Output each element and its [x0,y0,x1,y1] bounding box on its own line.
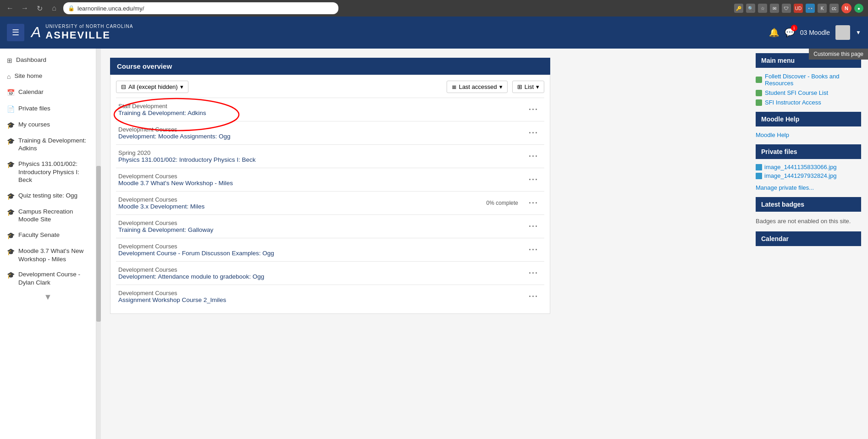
course-more-button[interactable]: ··· [525,152,542,161]
view-label: List [525,83,534,90]
university-name: UNIVERSITY of NORTH CAROLINA [45,24,133,29]
course-more-button[interactable]: ··· [525,222,542,231]
file-icon-2 [756,173,762,179]
course-row[interactable]: Development Courses Development: Moodle … [116,121,544,144]
course-overview-body: ⊟ All (except hidden) ▾ ≣ Last accessed … [110,75,550,314]
course-row[interactable]: Staff Development Training & Development… [116,98,544,121]
ext-caption-icon: cc [829,4,839,13]
sidebar-item-calendar[interactable]: 📅 Calendar [0,84,96,100]
chat-badge: 1 [791,25,797,31]
course-more-button[interactable]: ··· [525,245,542,255]
courses-icon: 🎓 [7,121,15,129]
address-bar[interactable]: 🔒 learnonline.unca.edu/my/ [63,2,338,14]
latest-badges-empty: Badges are not enabled on this site. [756,215,861,227]
sidebar-item-physics[interactable]: 🎓 Physics 131.001/002: Introductory Phys… [0,156,96,188]
manage-private-files-label: Manage private files... [756,184,814,191]
filter-label: All (except hidden) [128,83,178,90]
ext-ud-icon: UD [794,4,803,13]
sidebar-item-dev-course[interactable]: 🎓 Development Course - Dylan Clark [0,267,96,290]
course-more-button[interactable]: ··· [525,292,542,302]
course-more-button[interactable]: ··· [525,105,542,115]
private-files-header: Private files [756,144,861,159]
course-more-button[interactable]: ··· [525,128,542,138]
sidebar-scrollbar[interactable] [96,49,101,439]
puzzle-icon [756,77,762,83]
course-row[interactable]: Development Courses Development: Attenda… [116,261,544,285]
home-button[interactable]: ⌂ [49,3,60,14]
private-file-1[interactable]: image_1441135833066.jpg [756,163,861,171]
bell-button[interactable]: 🔔 [769,27,779,38]
main-menu-link-sfi-instructor[interactable]: SFI Instructor Access [756,98,861,107]
course-name[interactable]: Assignment Workshop Course 2_lmiles [118,296,525,303]
dev-course-icon: 🎓 [7,271,15,279]
user-dropdown-arrow[interactable]: ▼ [856,29,861,36]
course-name[interactable]: Development Course - Forum Discusson Exa… [118,250,525,257]
private-file-1-label: image_1441135833066.jpg [764,164,837,170]
course-row-content: Staff Development Training & Development… [118,103,525,116]
file-icon: 📄 [7,105,15,113]
chat-button[interactable]: 💬 1 [785,27,795,38]
back-button[interactable]: ← [5,3,16,14]
sidebar-scroll-down[interactable]: ▼ [0,290,96,304]
sidebar: ⊞ Dashboard ⌂ Site home 📅 Calendar 📄 Pri… [0,49,96,439]
ext-msg-icon: ✉ [770,4,779,13]
hamburger-button[interactable]: ☰ [7,24,24,41]
course-more-button[interactable]: ··· [525,175,542,185]
private-file-2[interactable]: image_1441297932824.jpg [756,171,861,180]
sidebar-item-quiz-testing[interactable]: 🎓 Quiz testing site: Ogg [0,188,96,204]
sidebar-item-site-home[interactable]: ⌂ Site home [0,68,96,84]
course-row-content: Development Courses Development: Attenda… [118,266,525,280]
main-menu-link-follett[interactable]: Follett Discover - Books and Resources [756,71,861,88]
course-row[interactable]: Development Courses Moodle 3.x Developme… [116,191,544,214]
course-row[interactable]: Development Courses Assignment Workshop … [116,285,544,308]
calendar-title: Calendar [761,235,789,242]
logo-text: UNIVERSITY of NORTH CAROLINA ASHEVILLE [45,24,133,41]
course-name[interactable]: Training & Development: Adkins [118,110,525,116]
puzzle-icon [756,90,762,96]
browser-extensions: 🔑 🔍 ☆ ✉ 🛡 UD 👓 K cc N ● [734,3,863,13]
sidebar-item-campus-rec[interactable]: 🎓 Campus Recreation Moodle Site [0,204,96,227]
course-more-button[interactable]: ··· [525,269,542,278]
sidebar-item-label: Site home [14,72,89,80]
calendar-section-header: Calendar [756,231,861,246]
course-row[interactable]: Development Courses Training & Developme… [116,214,544,238]
sort-dropdown[interactable]: ≣ Last accessed ▾ [447,81,508,93]
course-row[interactable]: Spring 2020 Physics 131.001/002: Introdu… [116,144,544,168]
sidebar-item-training[interactable]: 🎓 Training & Development: Adkins [0,133,96,156]
moodle37-icon: 🎓 [7,247,15,256]
course-name[interactable]: Development: Attendance module to gradeb… [118,273,525,280]
header-right: 🔔 💬 1 03 Moodle ▼ [769,25,861,40]
filter-dropdown[interactable]: ⊟ All (except hidden) ▾ [116,81,188,93]
manage-private-files-link[interactable]: Manage private files... [756,183,861,192]
ext-key-icon: 🔑 [734,4,743,13]
customise-button[interactable]: Customise this page [809,49,868,60]
sidebar-item-label: Dashboard [16,56,89,64]
sidebar-item-dashboard[interactable]: ⊞ Dashboard [0,52,96,68]
course-name[interactable]: Development: Moodle Assignments: Ogg [118,133,525,140]
sort-label: Last accessed [459,83,497,90]
sidebar-item-moodle-37[interactable]: 🎓 Moodle 3.7 What's New Workshop - Miles [0,243,96,267]
moodle-help-link[interactable]: Moodle Help [756,130,861,140]
course-row[interactable]: Development Courses Development Course -… [116,238,544,261]
course-name[interactable]: Physics 131.001/002: Introductory Physic… [118,156,525,163]
course-overview-title: Course overview [117,62,172,70]
course-row[interactable]: Development Courses Moodle 3.7 What's Ne… [116,168,544,191]
course-name[interactable]: Training & Development: Galloway [118,226,525,233]
sidebar-item-label: Campus Recreation Moodle Site [18,208,89,224]
sidebar-item-faculty-senate[interactable]: 🎓 Faculty Senate [0,227,96,243]
reload-button[interactable]: ↻ [34,3,45,14]
latest-badges-title: Latest badges [761,201,804,208]
sidebar-scroll-thumb [96,166,101,322]
sidebar-item-my-courses[interactable]: 🎓 My courses [0,117,96,133]
forward-button[interactable]: → [19,3,30,14]
course-category: Development Courses [118,126,525,133]
sidebar-item-private-files[interactable]: 📄 Private files [0,101,96,117]
view-dropdown[interactable]: ⊞ List ▾ [512,81,544,93]
course-name[interactable]: Moodle 3.7 What's New Workshop - Miles [118,180,525,187]
faculty-senate-icon: 🎓 [7,231,15,240]
filter-chevron: ▾ [180,83,183,90]
main-menu-link-student-sfi[interactable]: Student SFI Course List [756,88,861,98]
user-avatar-header[interactable] [835,25,850,40]
course-name[interactable]: Moodle 3.x Development: Miles [118,203,487,210]
course-more-button[interactable]: ··· [525,198,542,208]
